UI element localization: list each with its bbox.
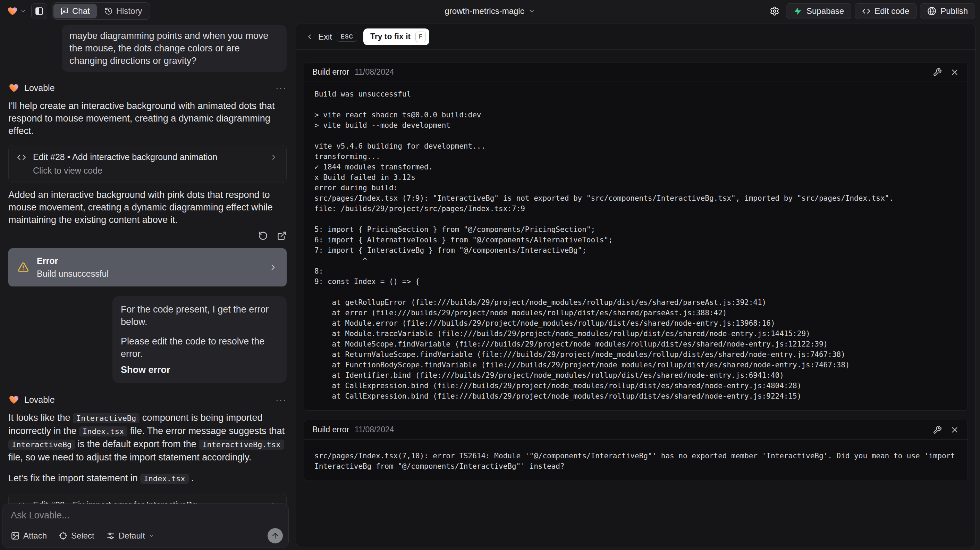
top-bar: Chat History growth-metrics-magic Supaba… [0, 0, 980, 22]
external-link-icon[interactable] [277, 231, 286, 241]
panel-title: Build error [312, 425, 349, 434]
user-message-text: Please edit the code to resolve the erro… [121, 335, 278, 360]
tab-chat-label: Chat [72, 6, 90, 16]
esc-key-badge: ESC [337, 32, 357, 41]
chevron-left-icon [306, 33, 313, 41]
try-to-fix-button[interactable]: Try to fix it F [363, 29, 429, 45]
panel-date: 11/08/2024 [355, 67, 394, 77]
history-icon [105, 7, 113, 15]
toggle-sidebar-button[interactable] [31, 3, 47, 19]
publish-button[interactable]: Publish [920, 3, 975, 19]
publish-label: Publish [940, 6, 968, 16]
project-switcher[interactable]: growth-metrics-magic [445, 0, 535, 22]
tab-chat[interactable]: Chat [53, 4, 97, 18]
exit-label: Exit [318, 32, 332, 41]
panel-title: Build error [312, 67, 349, 77]
message-options-button[interactable]: ··· [275, 394, 286, 405]
sliders-icon [106, 531, 115, 540]
mode-selector[interactable]: Default [106, 531, 155, 540]
chevron-right-icon [270, 153, 278, 161]
select-button[interactable]: Select [59, 531, 94, 540]
tab-history-label: History [116, 6, 142, 16]
supabase-label: Supabase [807, 6, 844, 16]
edit-card-title: Edit #28 • Add interactive background an… [33, 152, 217, 162]
wrench-icon[interactable] [933, 426, 942, 434]
assistant-header: Lovable ··· [8, 394, 286, 406]
user-message: maybe diagramming points and when you mo… [62, 25, 286, 72]
chat-bubble-icon [60, 7, 69, 15]
lovable-logo-icon [8, 394, 19, 405]
target-icon [59, 531, 68, 540]
supabase-icon [793, 6, 802, 16]
chevron-right-icon [269, 263, 278, 272]
edit-code-button[interactable]: Edit code [855, 3, 916, 19]
error-overlay-panel: Exit ESC Try to fix it F Build error 11/… [296, 24, 976, 547]
close-icon[interactable] [950, 426, 959, 434]
code-icon [862, 7, 870, 15]
user-message: For the code present, I get the error be… [113, 296, 286, 383]
user-message-text: maybe diagramming points and when you mo… [69, 30, 268, 66]
message-options-button[interactable]: ··· [275, 83, 286, 93]
assistant-text: I'll help create an interactive backgrou… [8, 100, 286, 137]
error-panels: Build error 11/08/2024 Build was unsucce… [296, 49, 975, 493]
f-key-badge: F [415, 32, 426, 42]
chevron-down-icon [528, 8, 535, 14]
build-error-panel: Build error 11/08/2024 Build was unsucce… [304, 62, 968, 411]
fix-toolbar: Exit ESC Try to fix it F [296, 24, 975, 49]
error-card[interactable]: Error Build unsuccessful [8, 248, 286, 287]
chat-panel: maybe diagramming points and when you mo… [0, 22, 295, 550]
chevron-down-icon [20, 8, 26, 14]
composer: Attach Select Default [2, 504, 289, 548]
chat-history-tabs: Chat History [52, 2, 150, 20]
mode-label: Default [119, 531, 145, 540]
assistant-name: Lovable [24, 83, 55, 93]
panel-date: 11/08/2024 [355, 425, 394, 434]
show-error-link[interactable]: Show error [121, 363, 278, 376]
assistant-name: Lovable [24, 395, 55, 405]
lovable-logo-icon [7, 6, 18, 17]
send-button[interactable] [267, 528, 283, 544]
restore-icon[interactable] [258, 231, 268, 241]
chevron-down-icon [148, 532, 155, 539]
panel-left-icon [35, 6, 44, 16]
globe-icon [927, 6, 936, 16]
lovable-menu[interactable] [7, 6, 26, 17]
error-card-title: Error [37, 256, 109, 266]
settings-button[interactable] [767, 3, 783, 19]
supabase-button[interactable]: Supabase [786, 3, 851, 19]
exit-button[interactable]: Exit ESC [306, 32, 357, 41]
assistant-text: It looks like the InteractiveBg componen… [8, 411, 286, 464]
build-log: src/pages/Index.tsx(7,10): error TS2614:… [304, 440, 967, 481]
edit-card-subtitle: Click to view code [33, 166, 278, 176]
attach-label: Attach [23, 531, 47, 540]
gear-icon [770, 6, 780, 16]
image-plus-icon [11, 531, 20, 540]
edit-code-label: Edit code [875, 6, 909, 16]
attach-button[interactable]: Attach [11, 531, 47, 540]
error-card-subtitle: Build unsuccessful [37, 269, 109, 279]
select-label: Select [71, 531, 94, 540]
build-log: Build was unsuccessful> vite_react_shadc… [304, 82, 967, 410]
user-message-text: For the code present, I get the error be… [121, 303, 278, 328]
close-icon[interactable] [950, 68, 959, 77]
edit-card-28[interactable]: Edit #28 • Add interactive background an… [8, 145, 286, 183]
lovable-logo-icon [8, 82, 19, 93]
assistant-text: Added an interactive background with pin… [8, 188, 286, 226]
arrow-up-icon [271, 532, 279, 540]
assistant-header: Lovable ··· [8, 81, 286, 94]
project-name: growth-metrics-magic [445, 6, 524, 16]
message-actions [8, 231, 286, 241]
assistant-text: Let's fix the import statement in Index.… [8, 472, 286, 485]
build-error-panel: Build error 11/08/2024 src/pages/Index.t… [304, 420, 968, 481]
tab-history[interactable]: History [97, 4, 149, 18]
warning-icon [18, 261, 29, 273]
chat-input[interactable] [11, 510, 261, 525]
try-to-fix-label: Try to fix it [370, 32, 410, 41]
code-brackets-icon [17, 153, 26, 162]
wrench-icon[interactable] [933, 68, 942, 77]
